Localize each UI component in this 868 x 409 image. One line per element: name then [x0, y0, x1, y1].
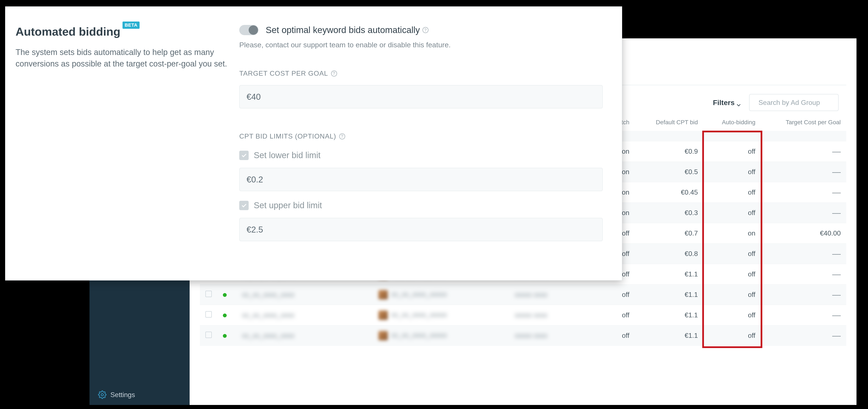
lower-limit-checkbox-row[interactable]: Set lower bid limit [239, 150, 603, 160]
campaign-blurred: xxxxx xxxx [515, 291, 547, 298]
adgroup-name-blurred: xx_xx_xxxx_xxxx [242, 332, 294, 339]
cell-tcpg: — [761, 325, 846, 346]
cell-auto-bidding: off [704, 141, 761, 162]
sidebar-item-settings[interactable]: Settings [98, 390, 181, 399]
beta-badge: BETA [123, 22, 140, 29]
cell-cpt: €0.5 [635, 162, 703, 182]
autobid-note: Please, contact our support team to enab… [239, 41, 603, 49]
upper-limit-checkbox-row[interactable]: Set upper bid limit [239, 201, 603, 210]
modal-description: The system sets bids automatically to he… [16, 47, 230, 70]
cell-search-match: off [573, 285, 635, 305]
cell-tcpg: €40.00 [761, 223, 846, 243]
cell-cpt: €0.45 [635, 182, 703, 203]
autobid-toggle-label: Set optimal keyword bids automatically [266, 25, 420, 35]
cell-cpt: €1.1 [635, 325, 703, 346]
filters-label: Filters [713, 98, 735, 107]
cell-cpt: €1.1 [635, 285, 703, 305]
cell-auto-bidding: off [704, 162, 761, 182]
target-cpg-input[interactable]: €40 [239, 85, 603, 109]
lower-limit-label: Set lower bid limit [254, 150, 320, 160]
cell-tcpg: — [761, 305, 846, 325]
table-row[interactable]: xx_xx_xxxx_xxxx xx_xx_xxxx_xxxxx xxxxx x… [200, 305, 846, 325]
automated-bidding-modal: Automated bidding BETA The system sets b… [5, 6, 622, 281]
search-box[interactable] [749, 94, 839, 111]
row-checkbox[interactable] [206, 291, 212, 297]
cell-cpt: €0.8 [635, 243, 703, 264]
cell-cpt: €0.3 [635, 203, 703, 223]
cell-tcpg: — [761, 285, 846, 305]
cell-auto-bidding: on [704, 223, 761, 243]
cell-tcpg: — [761, 182, 846, 203]
col-auto-bidding: Auto-bidding [704, 114, 761, 131]
cell-auto-bidding: off [704, 264, 761, 285]
cell-cpt: €0.9 [635, 141, 703, 162]
help-icon[interactable]: ? [339, 134, 345, 139]
app-icon-blurred [378, 311, 388, 320]
cell-tcpg: — [761, 141, 846, 162]
checkbox-checked-icon [239, 151, 249, 160]
col-cpt: Default CPT bid [635, 114, 703, 131]
help-icon[interactable]: ? [423, 27, 429, 33]
cell-auto-bidding: off [704, 305, 761, 325]
campaign-blurred: xxxxx xxxx [515, 311, 547, 319]
status-dot-icon [223, 293, 227, 297]
cell-auto-bidding: off [704, 203, 761, 223]
limits-section-label: CPT BID LIMITS (OPTIONAL) ? [239, 133, 345, 140]
cell-cpt: €1.1 [635, 305, 703, 325]
gear-icon [98, 390, 106, 399]
col-tcpg: Target Cost per Goal [761, 114, 846, 131]
row-checkbox[interactable] [206, 311, 212, 318]
adgroup-name-blurred: xx_xx_xxxx_xxxx [242, 311, 294, 319]
checkbox-checked-icon [239, 201, 249, 210]
cell-search-match: off [573, 305, 635, 325]
upper-limit-input[interactable]: €2.5 [239, 218, 603, 241]
search-input[interactable] [758, 99, 844, 107]
lower-limit-input[interactable]: €0.2 [239, 168, 603, 191]
app-icon-blurred [378, 290, 388, 299]
table-row[interactable]: xx_xx_xxxx_xxxx xx_xx_xxxx_xxxxx xxxxx x… [200, 285, 846, 305]
status-dot-icon [223, 334, 227, 338]
cell-search-match: off [573, 325, 635, 346]
cell-auto-bidding: off [704, 243, 761, 264]
svg-point-0 [101, 393, 103, 396]
autobid-toggle[interactable] [239, 25, 258, 35]
modal-title: Automated bidding BETA [16, 25, 140, 38]
status-dot-icon [223, 314, 227, 317]
cell-cpt: €0.7 [635, 223, 703, 243]
app-name-blurred: xx_xx_xxxx_xxxxx [391, 290, 447, 298]
cell-auto-bidding: off [704, 285, 761, 305]
cell-tcpg: — [761, 203, 846, 223]
cell-auto-bidding: off [704, 182, 761, 203]
row-checkbox[interactable] [206, 332, 212, 338]
chevron-down-icon [737, 100, 741, 105]
help-icon[interactable]: ? [331, 70, 337, 77]
tcpg-section-label: TARGET COST PER GOAL ? [239, 69, 337, 77]
sidebar-settings-label: Settings [111, 391, 135, 399]
table-row[interactable]: xx_xx_xxxx_xxxx xx_xx_xxxx_xxxxx xxxxx x… [200, 325, 846, 346]
cell-auto-bidding: off [704, 325, 761, 346]
upper-limit-label: Set upper bid limit [254, 201, 322, 210]
adgroup-name-blurred: xx_xx_xxxx_xxxx [242, 291, 294, 298]
cell-cpt: €1.1 [635, 264, 703, 285]
filters-button[interactable]: Filters [713, 98, 741, 107]
app-name-blurred: xx_xx_xxxx_xxxxx [391, 311, 447, 318]
app-icon-blurred [378, 331, 388, 340]
cell-tcpg: — [761, 243, 846, 264]
cell-tcpg: — [761, 264, 846, 285]
autobid-toggle-row: Set optimal keyword bids automatically ? [239, 25, 603, 35]
cell-tcpg: — [761, 162, 846, 182]
campaign-blurred: xxxxx xxxx [515, 332, 547, 339]
app-name-blurred: xx_xx_xxxx_xxxxx [391, 331, 447, 339]
